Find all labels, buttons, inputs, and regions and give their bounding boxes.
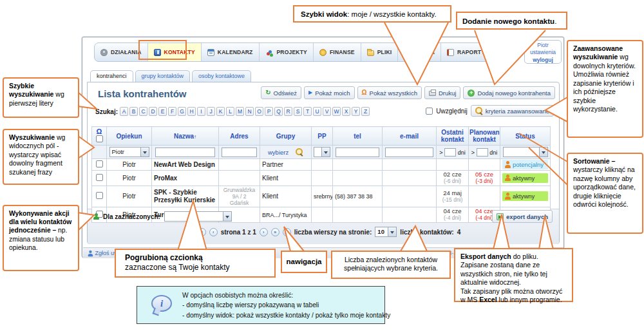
prev-page-button[interactable]: ‹	[209, 228, 218, 236]
page-title: Lista kontrahentów	[98, 88, 187, 99]
letter-button[interactable]: O	[255, 107, 263, 116]
row-checkbox[interactable]	[96, 174, 103, 181]
callout-export: Eksport danych do pliku. Zapisane zostan…	[454, 248, 573, 302]
tab-grupy-kontaktow[interactable]: grupy kontaktów	[135, 70, 191, 82]
filter-opiekun: Piotr	[107, 146, 152, 159]
first-page-button[interactable]: ◀	[186, 228, 194, 236]
callout-navigation: nawigacja	[281, 251, 327, 273]
letter-button[interactable]: X	[342, 107, 350, 116]
letter-button[interactable]: S	[294, 107, 302, 116]
cell-nazwa: ProMax	[152, 171, 219, 186]
app-window: DZIAŁANIA KONTAKTY KALENDARZ PROJEKTY FI…	[82, 37, 564, 258]
letter-button[interactable]: T	[303, 107, 312, 116]
letter-button[interactable]: N	[245, 107, 254, 116]
letter-button[interactable]: J	[207, 107, 215, 116]
row-checkbox[interactable]	[96, 192, 103, 199]
letter-button[interactable]: K	[216, 107, 225, 116]
chevron-down-icon	[539, 147, 547, 157]
filter-ostatni: > dni	[437, 146, 469, 159]
select-all-checkbox[interactable]	[96, 135, 103, 142]
col-pp[interactable]: PP	[312, 127, 333, 146]
letter-button[interactable]: H	[187, 107, 196, 116]
wybierz-link[interactable]: wybierz	[268, 149, 289, 156]
row-checkbox[interactable]	[96, 160, 103, 167]
col-email[interactable]: e-mail	[383, 127, 437, 146]
letter-button[interactable]: Y	[352, 107, 360, 116]
letter-button[interactable]: F	[168, 107, 176, 116]
nav-tab-pliki[interactable]: PLIKI	[361, 43, 399, 61]
letter-button[interactable]: E	[158, 107, 167, 116]
pp-select[interactable]	[314, 147, 330, 157]
col-grupy[interactable]: Grupy	[260, 127, 312, 146]
letter-button[interactable]: D	[149, 107, 157, 116]
letter-button[interactable]: M	[236, 107, 244, 116]
magnifier-icon[interactable]	[296, 148, 303, 156]
letter-button[interactable]: G	[178, 107, 186, 116]
col-tel[interactable]: tel	[333, 127, 383, 146]
status-select[interactable]	[503, 147, 548, 157]
callout-bulk-actions: Wykonywanie akcji dla wielu kontaktów je…	[3, 205, 79, 271]
letter-button[interactable]: C	[139, 107, 147, 116]
adres-filter-input[interactable]	[222, 147, 257, 157]
nav-tab-projekty[interactable]: PROJEKTY	[260, 43, 314, 61]
letter-button[interactable]: R	[284, 107, 292, 116]
nazwa-filter-input[interactable]	[155, 147, 215, 157]
bulk-action-select[interactable]	[164, 211, 232, 222]
nav-tab-label: RAPORTY	[457, 49, 485, 55]
export-button[interactable]: export danych	[492, 210, 553, 223]
bulk-label: Dla zaznaczonych:	[103, 213, 160, 220]
letter-button[interactable]: L	[226, 107, 234, 116]
letter-button[interactable]: W	[332, 107, 341, 116]
letter-button[interactable]: A	[120, 107, 128, 116]
show-mine-button[interactable]: ▶ Pokaż moich	[304, 86, 355, 99]
sort-asc-icon: ↑	[194, 134, 196, 140]
page-indicator: strona 1 z 1	[221, 229, 256, 236]
contacts-count-label: liczba kontaktów:	[400, 229, 453, 236]
tab-kontrahenci[interactable]: kontrahenci	[90, 70, 133, 82]
logout-link[interactable]: wyloguj	[525, 57, 561, 64]
opiekun-select[interactable]: Piotr	[109, 147, 149, 157]
add-contact-button[interactable]: Dodaj nowego kontrahenta	[463, 86, 555, 99]
planowany-dni-input[interactable]	[477, 148, 488, 157]
letter-button[interactable]: Q	[274, 107, 283, 116]
info-icon: i	[151, 295, 172, 312]
refresh-button[interactable]: ↻ Odśwież	[261, 86, 301, 99]
next-page-button[interactable]: ›	[260, 228, 268, 236]
col-planowany-kontakt[interactable]: Planowanykontakt	[469, 127, 500, 146]
letter-button[interactable]: P	[265, 107, 273, 116]
col-status[interactable]: Status	[500, 127, 551, 146]
rows-per-page-select[interactable]: 10	[375, 227, 397, 237]
nav-tab-flota[interactable]: FLOTA	[398, 43, 441, 61]
contacts-table: Ω Opiekun Nazwa↑ Adres Grupy PP tel e-ma…	[91, 126, 551, 223]
letter-button[interactable]: U	[313, 107, 321, 116]
tel-filter-input[interactable]	[336, 147, 379, 157]
nav-tab-kalendarz[interactable]: KALENDARZ	[202, 43, 260, 61]
letter-button[interactable]: V	[323, 107, 331, 116]
tab-osoby-kontaktowe[interactable]: osoby kontaktowe	[192, 70, 251, 82]
nav-tab-finanse[interactable]: FINANSE	[314, 43, 361, 61]
last-page-button[interactable]: ▶	[283, 228, 291, 236]
settings-link[interactable]: ustawienia	[525, 49, 561, 56]
fast-next-button[interactable]: »	[271, 228, 279, 236]
gear-icon	[100, 49, 108, 56]
advanced-criteria-button[interactable]: kryteria zaawansowane	[471, 105, 554, 117]
letter-button[interactable]: B	[129, 107, 138, 116]
col-opiekun[interactable]: Opiekun	[107, 127, 152, 146]
letter-button[interactable]: I	[197, 107, 205, 116]
include-checkbox[interactable]	[426, 108, 433, 115]
col-adres[interactable]: Adres	[219, 127, 260, 146]
col-nazwa[interactable]: Nazwa↑	[152, 127, 219, 146]
print-button[interactable]: Drukuj	[424, 86, 460, 99]
email-filter-input[interactable]	[385, 147, 433, 157]
show-all-button[interactable]: Ω Pokaż wszystkich	[357, 86, 422, 99]
ostatni-dni-input[interactable]	[444, 148, 456, 157]
nav-tab-raporty[interactable]: RAPORTY	[441, 43, 491, 61]
col-ostatni-kontakt[interactable]: Ostatnikontakt	[437, 127, 469, 146]
status-badge: aktywny	[502, 173, 548, 183]
bulk-person-icon	[93, 213, 99, 220]
rows-per-page-label: liczba wierszy na stronie:	[294, 229, 372, 236]
bulk-actions-row: Dla zaznaczonych:	[93, 211, 232, 222]
fast-prev-button[interactable]: «	[198, 228, 206, 236]
plus-icon	[468, 90, 475, 97]
letter-button[interactable]: Z	[361, 107, 370, 116]
